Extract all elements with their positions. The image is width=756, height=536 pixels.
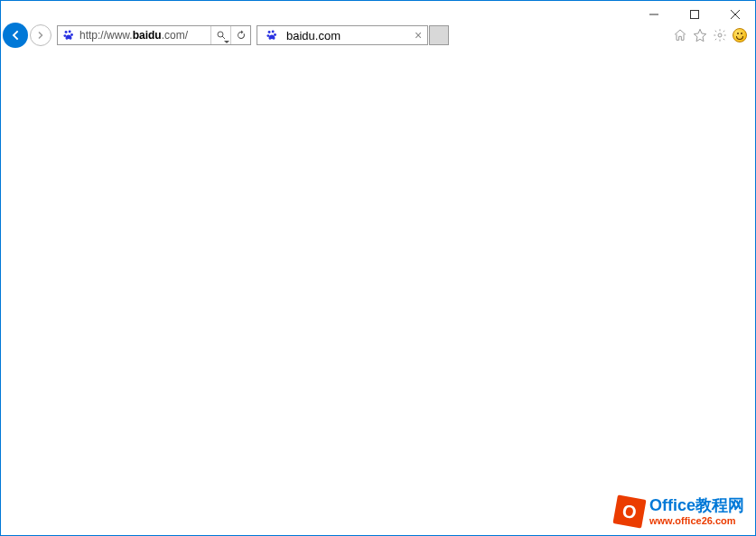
refresh-button[interactable] — [230, 26, 250, 44]
baidu-paw-icon — [265, 28, 279, 42]
svg-point-7 — [70, 33, 73, 36]
settings-icon[interactable] — [712, 27, 728, 43]
svg-point-11 — [272, 30, 275, 33]
watermark: O Office教程网 www.office26.com — [615, 497, 744, 526]
search-dropdown-icon — [224, 41, 229, 43]
new-tab-button[interactable] — [429, 25, 449, 45]
watermark-title: Office教程网 — [649, 497, 744, 515]
address-bar[interactable]: http://www.baidu.com/ — [57, 25, 251, 45]
home-icon[interactable] — [672, 27, 688, 43]
svg-point-14 — [718, 33, 722, 37]
svg-point-10 — [268, 31, 271, 33]
watermark-logo: O — [612, 494, 646, 528]
favorites-icon[interactable] — [692, 27, 708, 43]
tab-close-button[interactable]: × — [409, 26, 427, 44]
back-button[interactable] — [3, 23, 28, 48]
forward-button[interactable] — [30, 24, 51, 46]
svg-point-5 — [69, 30, 71, 33]
minimize-button[interactable] — [633, 1, 674, 28]
tab-title: baidu.com — [283, 29, 409, 42]
feedback-smiley-icon[interactable] — [732, 27, 748, 43]
watermark-url: www.office26.com — [649, 515, 744, 526]
svg-point-4 — [65, 31, 68, 33]
url-text[interactable]: http://www.baidu.com/ — [79, 29, 210, 42]
close-button[interactable] — [714, 1, 755, 28]
maximize-button[interactable] — [674, 1, 714, 28]
search-button[interactable] — [210, 26, 230, 44]
svg-line-9 — [222, 36, 225, 39]
svg-rect-1 — [690, 11, 698, 19]
toolbar-right-icons — [672, 27, 753, 43]
page-content — [1, 48, 755, 500]
browser-tab[interactable]: baidu.com × — [257, 25, 428, 45]
svg-point-13 — [274, 33, 276, 36]
baidu-paw-icon — [61, 28, 76, 42]
